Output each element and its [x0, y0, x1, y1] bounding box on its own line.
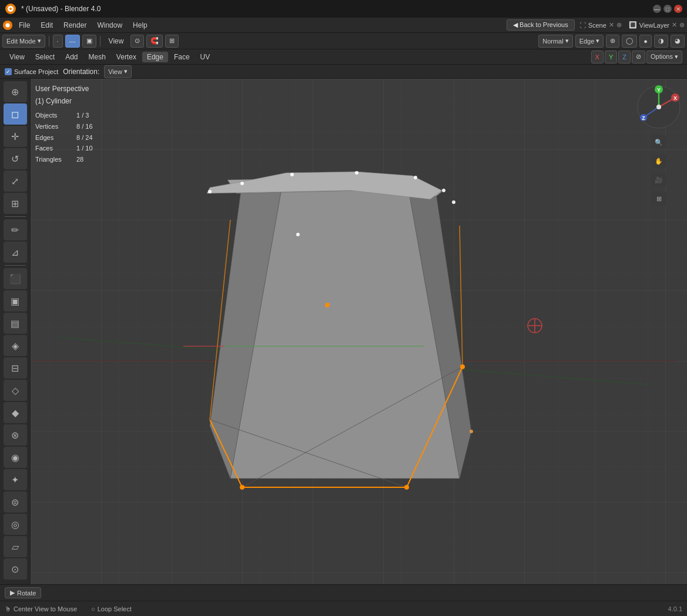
auto-merge-button[interactable]: ⊞ — [165, 35, 179, 48]
submenu-vertex[interactable]: Vertex — [112, 52, 141, 62]
randomize-button[interactable]: ✦ — [4, 469, 27, 490]
status-bar: 🖱 Center View to Mouse ○ Loop Select 4.0… — [0, 601, 687, 616]
select-tool-button[interactable]: ◻ — [4, 103, 27, 125]
extrude-button[interactable]: ▣ — [4, 290, 27, 312]
surface-project-bar: ✓ Surface Project Orientation: View ▾ — [0, 65, 687, 79]
orientation-label: Orientation: — [63, 68, 99, 76]
submenu-mesh[interactable]: Mesh — [84, 52, 110, 62]
rotate-button[interactable]: ▶ Rotate — [5, 587, 41, 598]
viewport-canvas — [31, 79, 687, 584]
title-bar: * (Unsaved) - Blender 4.0 — □ ✕ — [0, 0, 687, 18]
scene-name[interactable]: Scene — [588, 22, 606, 29]
mode-label: Edit Mode — [6, 38, 36, 45]
bottom-panel: ▶ Rotate — [0, 584, 687, 601]
mode-selector[interactable]: Edit Mode ▾ — [2, 35, 45, 48]
face-select-mode-button[interactable]: ▣ — [82, 35, 96, 48]
viewport-shading-material[interactable]: ◑ — [654, 35, 668, 48]
status-item-2: ○ Loop Select — [91, 605, 132, 612]
version-label: 4.0.1 — [668, 605, 682, 612]
snap-button[interactable]: 🧲 — [146, 35, 163, 48]
move-tool-button[interactable]: ✛ — [4, 126, 27, 147]
close-button[interactable]: ✕ — [674, 5, 682, 13]
edge-dropdown[interactable]: Edge ▾ — [575, 35, 604, 48]
object-name: (1) Cylinder — [35, 96, 112, 107]
minimize-button[interactable]: — — [653, 5, 661, 13]
rotate-arrow-icon: ▶ — [10, 589, 15, 597]
submenu-select[interactable]: Select — [31, 52, 59, 62]
loop-select-icon: ○ — [91, 605, 95, 612]
view-layer-name[interactable]: ViewLayer — [639, 22, 669, 29]
options-button[interactable]: Options ▾ — [646, 51, 682, 63]
shrink-fatten-button[interactable]: ◎ — [4, 514, 27, 535]
vertex-select-mode-button[interactable]: · — [53, 35, 63, 48]
smooth-button[interactable]: ◉ — [4, 447, 27, 468]
annotate-tool-button[interactable]: ✏ — [4, 219, 27, 240]
viewport[interactable]: User Perspective (1) Cylinder Objects 1 … — [31, 79, 687, 584]
add-cube-button[interactable]: ⬛ — [4, 268, 27, 289]
orientation-selector[interactable]: View ▾ — [104, 65, 132, 78]
perspective-label: User Perspective — [35, 83, 112, 95]
zoom-in-button[interactable]: 🔍 — [652, 135, 666, 149]
measure-tool-button[interactable]: ⊿ — [4, 242, 27, 263]
svg-point-24 — [470, 430, 473, 433]
edge-select-mode-button[interactable]: — — [65, 35, 80, 48]
svg-point-28 — [290, 173, 294, 176]
view-menu[interactable]: View — [104, 36, 129, 46]
cursor-tool-button[interactable]: ⊕ — [4, 81, 27, 102]
overlays-button[interactable]: ⊛ — [606, 35, 619, 48]
inset-button[interactable]: ▤ — [4, 313, 27, 334]
submenu-face[interactable]: Face — [169, 52, 195, 62]
edge-select-icon: — — [69, 38, 76, 45]
menu-help[interactable]: Help — [128, 20, 152, 31]
submenu-view[interactable]: View — [5, 52, 29, 62]
knife-button[interactable]: ◇ — [4, 380, 27, 401]
back-to-previous-button[interactable]: ◀ Back to Previous — [507, 19, 575, 31]
triangles-value: 28 — [76, 155, 112, 165]
rotate-tool-button[interactable]: ↺ — [4, 148, 27, 169]
vertices-value: 8 / 16 — [76, 122, 112, 132]
menu-render[interactable]: Render — [59, 20, 91, 31]
transform-pivot-button[interactable]: ⊘ — [632, 51, 645, 63]
viewport-shading-wireframe[interactable]: ◯ — [622, 35, 637, 48]
edge-label: Edge — [579, 38, 595, 45]
spin-button[interactable]: ⊛ — [4, 424, 27, 446]
edges-label: Edges — [35, 133, 76, 143]
bevel-button[interactable]: ◈ — [4, 335, 27, 356]
viewport-shading-rendered[interactable]: ◕ — [671, 35, 685, 48]
z-axis-button[interactable]: Z — [618, 51, 631, 63]
transform-tool-button[interactable]: ⊞ — [4, 193, 27, 214]
poly-build-button[interactable]: ◆ — [4, 402, 27, 423]
shear-button[interactable]: ▱ — [4, 536, 27, 557]
orientation-dropdown-icon: ▾ — [124, 68, 128, 75]
face-select-icon: ▣ — [86, 37, 92, 45]
pan-button[interactable]: ✋ — [652, 154, 666, 168]
svg-point-49 — [656, 105, 661, 109]
triangles-label: Triangles — [35, 155, 76, 165]
proportional-edit-button[interactable]: ⊙ — [130, 35, 144, 48]
faces-label: Faces — [35, 143, 76, 154]
y-axis-button[interactable]: Y — [605, 51, 617, 63]
surface-project-checkbox[interactable]: ✓ — [5, 68, 12, 75]
menu-window[interactable]: Window — [92, 20, 127, 31]
gizmo[interactable]: Y X Z — [635, 83, 682, 130]
submenu-edge[interactable]: Edge — [142, 52, 168, 62]
loop-cut-button[interactable]: ⊟ — [4, 357, 27, 379]
submenu-add[interactable]: Add — [61, 52, 82, 62]
menu-edit[interactable]: Edit — [36, 20, 58, 31]
right-controls: Y X Z 🔍 ✋ 🎥 ⊞ — [635, 83, 682, 206]
title-bar-left: * (Unsaved) - Blender 4.0 — [5, 3, 100, 15]
submenu-uv[interactable]: UV — [196, 52, 215, 62]
x-axis-button[interactable]: X — [591, 51, 604, 63]
scale-tool-button[interactable]: ⤢ — [4, 170, 27, 192]
maximize-button[interactable]: □ — [663, 5, 672, 13]
edge-slide-button[interactable]: ⊜ — [4, 491, 27, 513]
camera-button[interactable]: 🎥 — [652, 173, 666, 187]
surface-project-check[interactable]: ✓ Surface Project — [5, 68, 58, 75]
viewport-shading-solid[interactable]: ● — [639, 35, 652, 48]
to-sphere-button[interactable]: ⊙ — [4, 558, 27, 580]
normal-dropdown[interactable]: Normal ▾ — [538, 35, 572, 48]
svg-point-32 — [452, 200, 455, 204]
svg-point-30 — [414, 176, 417, 179]
ortho-button[interactable]: ⊞ — [652, 192, 666, 206]
menu-file[interactable]: File — [14, 20, 35, 31]
